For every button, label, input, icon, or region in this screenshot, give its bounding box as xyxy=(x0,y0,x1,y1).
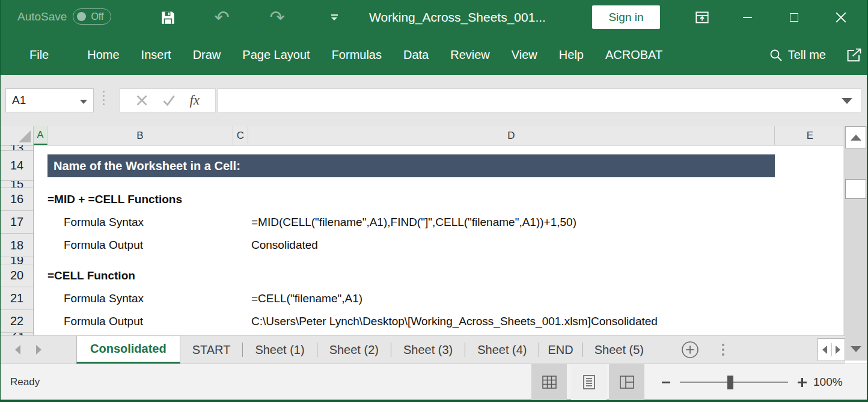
column-headers: A B C D E xyxy=(1,126,845,145)
cell-b18-label[interactable]: Formula Output xyxy=(64,234,143,257)
tab-help[interactable]: Help xyxy=(548,35,594,75)
tab-view[interactable]: View xyxy=(501,35,548,75)
ribbon-tab-row: File Home Insert Draw Page Layout Formul… xyxy=(1,35,867,75)
row-header-20[interactable]: 20 xyxy=(1,264,33,287)
cancel-icon[interactable] xyxy=(136,94,148,106)
next-sheet-icon[interactable] xyxy=(36,345,41,355)
tab-review[interactable]: Review xyxy=(439,35,501,75)
redo-icon[interactable]: ↷ xyxy=(265,0,289,35)
close-button[interactable] xyxy=(829,0,853,35)
sheet-tab-sheet2[interactable]: Sheet (2) xyxy=(317,336,391,364)
undo-icon[interactable]: ↶ xyxy=(210,0,234,35)
zoom-in-button[interactable] xyxy=(793,364,811,400)
sign-in-button[interactable]: Sign in xyxy=(592,5,660,29)
column-header-c[interactable]: C xyxy=(233,126,248,145)
ribbon-display-options-icon[interactable] xyxy=(690,0,714,35)
tell-me-search[interactable]: Tell me xyxy=(769,35,826,75)
save-icon[interactable] xyxy=(156,0,180,35)
row-header-14[interactable]: 14 xyxy=(1,151,33,181)
insert-function-icon[interactable]: fx xyxy=(189,93,200,108)
tab-page-layout[interactable]: Page Layout xyxy=(231,35,320,75)
row-header-21[interactable]: 21 xyxy=(1,287,33,310)
maximize-button[interactable] xyxy=(782,0,806,35)
tab-scroll-left-icon[interactable] xyxy=(818,339,831,361)
column-header-d[interactable]: D xyxy=(248,126,775,145)
tab-bar-resize-handle[interactable] xyxy=(722,336,724,364)
zoom-out-button[interactable] xyxy=(657,364,675,400)
page-layout-icon xyxy=(581,374,597,391)
sheet-content[interactable]: Name of the Worksheet in a Cell: =MID + … xyxy=(34,145,845,335)
tab-insert[interactable]: Insert xyxy=(130,35,182,75)
row-header-16[interactable]: 16 xyxy=(1,188,33,211)
cell-b16-heading[interactable]: =MID + =CELL Functions xyxy=(47,188,182,211)
column-header-b[interactable]: B xyxy=(47,126,233,145)
tab-draw[interactable]: Draw xyxy=(182,35,232,75)
plus-icon xyxy=(798,378,807,387)
row-header-18[interactable]: 18 xyxy=(1,234,33,257)
page-break-preview-button[interactable] xyxy=(609,364,644,400)
tab-scroll-right-icon[interactable] xyxy=(832,339,845,361)
cell-d18-output[interactable]: Consolidated xyxy=(251,234,318,257)
name-box[interactable]: A1 xyxy=(5,88,94,112)
scroll-down-button[interactable] xyxy=(845,340,866,358)
toggle-knob-icon xyxy=(77,12,86,21)
scroll-up-button[interactable] xyxy=(845,126,866,148)
formula-buttons: fx xyxy=(120,88,216,112)
worksheet-title-banner-cell[interactable]: Name of the Worksheet in a Cell: xyxy=(47,154,775,177)
sheet-tab-end[interactable]: END xyxy=(539,336,581,364)
tab-home[interactable]: Home xyxy=(76,35,130,75)
tab-acrobat[interactable]: ACROBAT xyxy=(594,35,673,75)
sheet-tab-sheet5[interactable]: Sheet (5) xyxy=(582,336,656,364)
select-all-triangle-icon xyxy=(19,130,31,142)
sheet-tab-sheet1[interactable]: Sheet (1) xyxy=(243,336,316,364)
excel-window: AutoSave Off ↶ ↷ Working_Across_Sheets_0… xyxy=(0,0,868,402)
autosave-switch[interactable]: Off xyxy=(73,8,111,25)
cell-d17-formula[interactable]: =MID(CELL("filename",A1),FIND("]",CELL("… xyxy=(251,211,576,234)
cell-d22-output[interactable]: C:\Users\Peter Lynch\Desktop\[Working_Ac… xyxy=(251,310,658,333)
autosave-state: Off xyxy=(91,11,103,22)
page-break-preview-icon xyxy=(619,374,635,390)
zoom-slider-thumb[interactable] xyxy=(727,376,733,389)
formula-input[interactable] xyxy=(218,88,861,112)
vertical-scrollbar[interactable] xyxy=(843,126,867,361)
sheet-tab-sheet4[interactable]: Sheet (4) xyxy=(465,336,539,364)
select-all-button[interactable] xyxy=(1,126,34,145)
enter-check-icon[interactable] xyxy=(162,94,176,106)
column-header-e[interactable]: E xyxy=(775,126,845,145)
normal-view-button[interactable] xyxy=(531,364,567,400)
previous-sheet-icon[interactable] xyxy=(15,345,20,355)
row-header-15[interactable]: 15 xyxy=(1,181,33,188)
formula-bar-band: A1 fx xyxy=(1,75,867,126)
sheet-tab-sheet3[interactable]: Sheet (3) xyxy=(391,336,465,364)
row-header-13[interactable]: 13 xyxy=(1,145,33,151)
sheet-tab-start[interactable]: START xyxy=(180,336,243,364)
tab-data[interactable]: Data xyxy=(393,35,439,75)
minimize-button[interactable] xyxy=(735,0,759,35)
cell-b22-label[interactable]: Formula Output xyxy=(64,310,143,333)
share-icon[interactable] xyxy=(845,35,863,75)
tab-scroll-box xyxy=(818,338,845,361)
row-header-17[interactable]: 17 xyxy=(1,211,33,234)
autosave-toggle[interactable]: AutoSave Off xyxy=(17,8,111,25)
cell-b21-label[interactable]: Formula Syntax xyxy=(64,287,144,310)
sheet-tab-consolidated[interactable]: Consolidated xyxy=(76,336,180,364)
tab-file[interactable]: File xyxy=(19,35,60,75)
formula-bar-resize-handle[interactable] xyxy=(103,91,105,105)
zoom-slider-track[interactable] xyxy=(680,382,788,383)
column-header-a[interactable]: A xyxy=(34,126,47,145)
row-header-22[interactable]: 22 xyxy=(1,310,33,333)
sheet-tab-bar: Consolidated START Sheet (1) Sheet (2) S… xyxy=(1,335,845,364)
row-header-19[interactable]: 19 xyxy=(1,257,33,264)
tab-formulas[interactable]: Formulas xyxy=(321,35,393,75)
cell-b20-heading[interactable]: =CELL Function xyxy=(47,264,135,287)
zoom-level[interactable]: 100% xyxy=(813,364,843,400)
new-sheet-button[interactable] xyxy=(681,336,699,364)
cell-b17-label[interactable]: Formula Syntax xyxy=(64,211,144,234)
expand-formula-bar-icon[interactable] xyxy=(842,98,852,104)
vertical-scrollbar-thumb[interactable] xyxy=(845,179,866,199)
arrow-down-icon xyxy=(851,346,861,352)
cell-d21-formula[interactable]: =CELL("filename",A1) xyxy=(251,287,362,310)
sheet-tabs: Consolidated START Sheet (1) Sheet (2) S… xyxy=(76,336,656,364)
name-box-dropdown-icon[interactable] xyxy=(80,100,87,104)
page-layout-view-button[interactable] xyxy=(571,364,607,400)
